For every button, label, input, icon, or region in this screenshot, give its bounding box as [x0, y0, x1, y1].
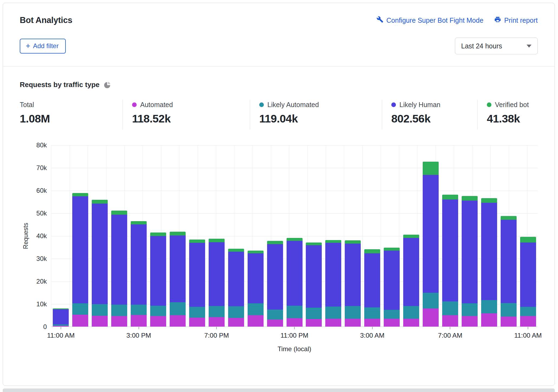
stacked-bar-2-100PM[interactable] [92, 200, 108, 327]
bar-segment-verified_bot [248, 251, 264, 253]
bar-segment-likely_human [287, 241, 303, 305]
stacked-bar-0-1100AM[interactable] [53, 308, 69, 327]
bar-segment-likely_human [501, 220, 517, 303]
print-report-link[interactable]: Print report [494, 16, 538, 25]
stacked-bar-13-1200AM[interactable] [306, 242, 322, 327]
x-axis-tick-label: 7:00 PM [204, 332, 229, 339]
bar-segment-automated [72, 315, 88, 327]
bar-segment-verified_bot [462, 196, 478, 201]
stacked-bar-16-300AM[interactable] [364, 249, 380, 327]
plus-icon: + [26, 43, 30, 49]
bar-cell [382, 248, 402, 327]
stacked-bar-17-400AM[interactable] [384, 248, 400, 327]
y-axis-tick-label: 30k [36, 255, 47, 263]
bar-cell [71, 193, 90, 327]
stacked-bar-11-1000PM[interactable] [267, 241, 283, 327]
bar-segment-verified_bot [442, 195, 458, 200]
y-axis-tick-label: 80k [36, 141, 47, 149]
print-link-label: Print report [504, 16, 538, 24]
bar-segment-likely_automated [462, 303, 478, 316]
bar-segment-automated [442, 315, 458, 327]
bar-segment-likely_automated [170, 302, 186, 315]
bar-cell [460, 196, 479, 327]
add-filter-label: Add filter [33, 42, 59, 50]
stacked-bar-6-500PM[interactable] [170, 232, 186, 327]
bar-cell [110, 211, 129, 327]
bar-cell [363, 249, 382, 327]
bar-segment-likely_human [423, 175, 439, 293]
bar-segment-verified_bot [150, 232, 166, 236]
stacked-bar-7-600PM[interactable] [189, 240, 205, 327]
bar-segment-likely_human [189, 243, 205, 307]
x-axis-tick-label: 3:00 PM [126, 332, 151, 339]
bar-segment-verified_bot [287, 238, 303, 241]
bar-segment-automated [150, 316, 166, 327]
stacked-bar-15-200AM[interactable] [345, 240, 361, 327]
card-body: Requests by traffic type Total 1.08M Aut… [3, 67, 554, 353]
stacked-bar-19-600AM[interactable] [423, 162, 439, 327]
bar-segment-automated [501, 317, 517, 327]
stacked-bar-18-500AM[interactable] [403, 235, 419, 327]
plot-bars [51, 145, 538, 327]
y-axis-tick-label: 40k [36, 232, 47, 240]
stat-likely-automated-label: Likely Automated [267, 101, 319, 109]
bar-segment-automated [306, 319, 322, 327]
bar-segment-automated [403, 319, 419, 327]
configure-super-bot-fight-mode-link[interactable]: Configure Super Bot Fight Mode [376, 16, 484, 25]
bar-segment-likely_automated [364, 307, 380, 319]
bar-segment-automated [267, 320, 283, 327]
stacked-bar-23-1000AM[interactable] [501, 216, 517, 327]
stat-likely-human: Likely Human 802.56k [382, 100, 477, 129]
stacked-bar-8-700PM[interactable] [209, 239, 225, 327]
bar-cell [440, 195, 460, 327]
bar-segment-automated [170, 315, 186, 327]
stacked-bar-9-800PM[interactable] [228, 249, 244, 327]
stacked-bar-3-200PM[interactable] [111, 211, 127, 327]
stacked-bar-24-1100AM[interactable] [520, 237, 536, 327]
stacked-bar-22-900AM[interactable] [481, 198, 497, 327]
time-range-value: Last 24 hours [461, 42, 502, 50]
bar-segment-automated [423, 308, 439, 327]
bar-segment-likely_automated [267, 310, 283, 320]
wrench-icon [376, 16, 383, 25]
stacked-bar-20-700AM[interactable] [442, 195, 458, 327]
card-header: Bot Analytics Configure Super Bot Fight … [3, 3, 554, 67]
bar-segment-verified_bot [170, 232, 186, 235]
stacked-bar-10-900PM[interactable] [248, 251, 264, 327]
x-axis-tick-mark [528, 327, 528, 329]
bar-cell [421, 162, 441, 327]
bar-segment-likely_automated [345, 306, 361, 318]
stacked-bar-5-400PM[interactable] [150, 232, 166, 327]
bar-segment-likely_automated [228, 306, 244, 318]
bar-segment-likely_human [72, 196, 88, 303]
stacked-bar-14-100AM[interactable] [325, 240, 341, 327]
add-filter-button[interactable]: + Add filter [20, 39, 66, 54]
stat-likely-human-value: 802.56k [391, 112, 475, 125]
bar-cell [402, 235, 421, 327]
bar-segment-likely_automated [209, 306, 225, 317]
stacked-bar-1-1200PM[interactable] [72, 193, 88, 327]
bar-cell [129, 221, 149, 327]
bar-segment-verified_bot [209, 239, 225, 242]
stacked-bar-12-1100PM[interactable] [287, 238, 303, 327]
bar-segment-verified_bot [325, 240, 341, 243]
x-axis-tick-label: 11:00 PM [280, 332, 308, 339]
likely-automated-legend-dot [259, 102, 264, 107]
bar-cell [285, 238, 304, 327]
bar-segment-automated [111, 316, 127, 327]
bar-segment-likely_automated [481, 300, 497, 314]
stacked-bar-21-800AM[interactable] [462, 196, 478, 327]
time-range-dropdown[interactable]: Last 24 hours [455, 38, 538, 54]
bar-segment-likely_automated [189, 307, 205, 318]
bar-segment-likely_human [364, 253, 380, 307]
stacked-bar-4-300PM[interactable] [131, 221, 147, 327]
bar-segment-likely_human [384, 251, 400, 310]
x-axis-tick-mark [216, 327, 217, 329]
x-axis-tick-label: 7:00 AM [438, 332, 462, 339]
bar-segment-verified_bot [384, 248, 400, 251]
bar-cell [149, 232, 168, 327]
bar-segment-likely_human [442, 200, 458, 301]
bar-segment-likely_automated [501, 303, 517, 317]
bar-cell [343, 240, 363, 327]
bar-segment-likely_human [520, 242, 536, 307]
